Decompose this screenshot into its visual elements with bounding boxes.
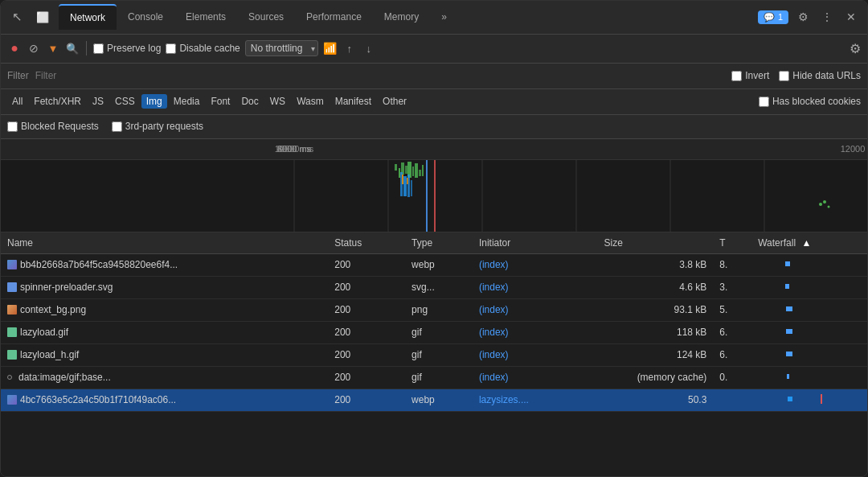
file-icon-img <box>7 305 17 315</box>
filename: lazyload.gif <box>20 327 68 338</box>
network-table: Name Status Type Initiator Size T Waterf… <box>1 232 867 412</box>
cell-type: gif <box>405 321 473 343</box>
cell-t: 6. <box>713 343 751 366</box>
search-icon[interactable]: 🔍 <box>65 41 80 56</box>
gear-icon-right[interactable]: ⚙ <box>850 41 861 56</box>
svg-rect-6 <box>395 164 397 171</box>
col-header-status[interactable]: Status <box>328 232 405 254</box>
table-row[interactable]: context_bg.png 200 png (index) 93.1 kB 5… <box>1 298 867 321</box>
filename: 4bc7663e5c2a4c50b1f710f49ac06... <box>20 394 176 405</box>
cell-type: svg... <box>405 276 473 298</box>
preserve-log-checkbox[interactable] <box>93 43 104 54</box>
hide-data-urls-label[interactable]: Hide data URLs <box>779 70 861 81</box>
settings-icon[interactable]: ⚙ <box>793 7 813 27</box>
tick-10000: 10000 ms <box>275 144 313 154</box>
filter-font[interactable]: Font <box>206 94 235 109</box>
filter-input[interactable] <box>35 70 100 81</box>
initiator-link[interactable]: (index) <box>479 304 509 315</box>
filter-wasm[interactable]: Wasm <box>292 94 329 109</box>
cell-initiator: (index) <box>473 298 598 321</box>
preserve-log-label[interactable]: Preserve log <box>93 43 161 54</box>
cursor-icon[interactable]: ↖ <box>7 7 27 27</box>
file-icon-webp <box>7 260 17 269</box>
initiator-link[interactable]: (index) <box>479 259 509 270</box>
stop-button[interactable]: ⊘ <box>27 41 41 56</box>
tab-more[interactable]: » <box>430 5 458 29</box>
table-row[interactable]: data:image/gif;base... 200 gif (index) (… <box>1 366 867 389</box>
table-row[interactable]: bb4b2668a7b64f5ca9458820ee6f4... 200 web… <box>1 253 867 276</box>
filter-all[interactable]: All <box>7 94 27 109</box>
svg-rect-18 <box>411 180 412 196</box>
throttle-select[interactable]: No throttling <box>245 40 318 56</box>
tab-elements[interactable]: Elements <box>174 5 237 29</box>
blocked-cookies-checkbox[interactable] <box>759 97 769 107</box>
timeline-header: 2000 ms 4000 ms 6000 ms 8000 ms 10000 ms… <box>1 139 867 160</box>
filter-fetchxhr[interactable]: Fetch/XHR <box>29 94 86 109</box>
table-row[interactable]: lazyload.gif 200 gif (index) 118 kB 6. <box>1 321 867 343</box>
close-icon[interactable]: ✕ <box>841 7 861 27</box>
col-header-type[interactable]: Type <box>405 232 473 254</box>
blocked-requests-checkbox[interactable] <box>7 121 18 132</box>
cell-size: 3.8 kB <box>598 253 714 276</box>
filter-media[interactable]: Media <box>169 94 205 109</box>
more-icon[interactable]: ⋮ <box>817 7 837 27</box>
invert-checkbox[interactable] <box>731 71 742 81</box>
table-row[interactable]: lazyload_h.gif 200 gif (index) 124 kB 6. <box>1 343 867 366</box>
filter-manifest[interactable]: Manifest <box>330 94 376 109</box>
cell-status: 200 <box>328 366 405 389</box>
third-party-checkbox[interactable] <box>112 121 122 132</box>
device-icon[interactable]: ⬜ <box>33 7 52 27</box>
svg-rect-9 <box>405 166 407 174</box>
record-button[interactable]: ● <box>7 41 22 56</box>
blocked-requests-label[interactable]: Blocked Requests <box>7 121 99 132</box>
invert-label[interactable]: Invert <box>731 70 769 81</box>
svg-rect-20 <box>407 178 408 184</box>
cell-waterfall <box>751 298 867 321</box>
filter-css[interactable]: CSS <box>110 94 140 109</box>
blocked-cookies-label[interactable]: Has blocked cookies <box>759 96 861 107</box>
tab-network[interactable]: Network <box>59 4 117 30</box>
svg-point-24 <box>823 200 826 204</box>
cell-t <box>713 389 751 411</box>
request-filter-bar: Blocked Requests 3rd-party requests <box>1 115 867 139</box>
col-header-t[interactable]: T <box>713 232 751 254</box>
tab-console[interactable]: Console <box>117 5 174 29</box>
filter-ws[interactable]: WS <box>265 94 290 109</box>
filter-other[interactable]: Other <box>378 94 411 109</box>
filter-label: Filter <box>7 70 29 81</box>
upload-icon[interactable]: ↑ <box>342 41 357 56</box>
disable-cache-checkbox[interactable] <box>166 43 176 54</box>
initiator-link[interactable]: lazysizes.... <box>479 394 529 405</box>
cell-status: 200 <box>328 321 405 343</box>
col-header-initiator[interactable]: Initiator <box>473 232 598 254</box>
initiator-link[interactable]: (index) <box>479 282 509 293</box>
third-party-label[interactable]: 3rd-party requests <box>112 121 203 132</box>
tab-memory[interactable]: Memory <box>373 5 430 29</box>
filter-doc[interactable]: Doc <box>236 94 263 109</box>
col-header-size[interactable]: Size <box>598 232 714 254</box>
tab-performance[interactable]: Performance <box>295 5 373 29</box>
waterfall-bar <box>758 258 822 269</box>
cell-waterfall <box>751 366 867 389</box>
table-row[interactable]: 4bc7663e5c2a4c50b1f710f49ac06... 200 web… <box>1 389 867 411</box>
initiator-link[interactable]: (index) <box>479 372 509 383</box>
filter-icon[interactable]: ▼ <box>46 41 60 56</box>
filter-js[interactable]: JS <box>88 94 108 109</box>
svg-rect-16 <box>403 176 407 196</box>
initiator-link[interactable]: (index) <box>479 327 509 338</box>
cell-type: gif <box>405 343 473 366</box>
download-icon[interactable]: ↓ <box>362 41 376 56</box>
filter-img[interactable]: Img <box>141 94 167 109</box>
notification-badge[interactable]: 💬 1 <box>758 10 788 24</box>
table-container[interactable]: Name Status Type Initiator Size T Waterf… <box>1 232 867 476</box>
col-header-waterfall[interactable]: Waterfall ▲ <box>751 232 867 254</box>
initiator-link[interactable]: (index) <box>479 349 509 360</box>
cell-t: 8. <box>713 253 751 276</box>
cell-waterfall <box>751 253 867 276</box>
col-header-name[interactable]: Name <box>1 232 328 254</box>
hide-data-urls-checkbox[interactable] <box>779 71 789 81</box>
cell-size: 4.6 kB <box>598 276 714 298</box>
table-row[interactable]: spinner-preloader.svg 200 svg... (index)… <box>1 276 867 298</box>
tab-sources[interactable]: Sources <box>237 5 295 29</box>
disable-cache-label[interactable]: Disable cache <box>166 43 240 54</box>
